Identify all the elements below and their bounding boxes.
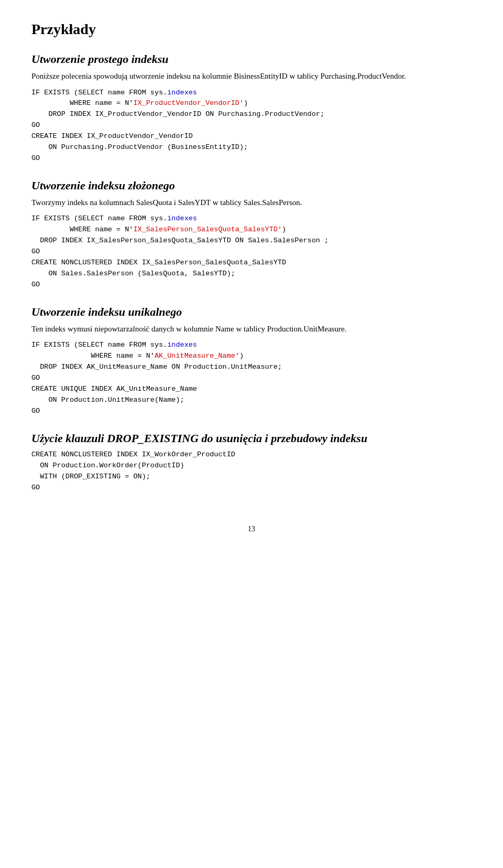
code-kw2: IF EXISTS (SELECT name FROM sys. bbox=[31, 215, 167, 222]
section3-heading: Utworzenie indeksu unikalnego bbox=[31, 305, 472, 319]
code-str: IX_ProductVendor_VendorID' bbox=[133, 99, 244, 107]
code-blue2: indexes bbox=[167, 215, 197, 222]
code-blue: indexes bbox=[167, 89, 197, 97]
section3-desc: Ten indeks wymusi niepowtarzalność danyc… bbox=[31, 323, 472, 335]
section4-heading: Użycie klauzuli DROP_EXISTING do usunięc… bbox=[31, 432, 472, 445]
sections-container: Utworzenie prostego indeksu Poniższe pol… bbox=[31, 52, 472, 494]
section2-code: IF EXISTS (SELECT name FROM sys.indexes … bbox=[31, 213, 472, 290]
code-kw3: IF EXISTS (SELECT name FROM sys. bbox=[31, 341, 167, 349]
section1-code: IF EXISTS (SELECT name FROM sys.indexes … bbox=[31, 88, 472, 164]
code-blue3: indexes bbox=[167, 341, 197, 349]
section1-heading: Utworzenie prostego indeksu bbox=[31, 52, 472, 66]
code-str3: AK_UnitMeasure_Name' bbox=[155, 352, 239, 360]
page-heading: Przykłady bbox=[31, 21, 472, 38]
section3-code: IF EXISTS (SELECT name FROM sys.indexes … bbox=[31, 340, 472, 416]
code-kw: IF EXISTS (SELECT name FROM sys. bbox=[31, 89, 167, 97]
section-unique-index: Utworzenie indeksu unikalnego Ten indeks… bbox=[31, 305, 472, 417]
code-str2: IX_SalesPerson_SalesQuota_SalesYTD' bbox=[133, 226, 282, 233]
section4-code: CREATE NONCLUSTERED INDEX IX_WorkOrder_P… bbox=[31, 449, 472, 494]
section-simple-index: Utworzenie prostego indeksu Poniższe pol… bbox=[31, 52, 472, 164]
page-number: 13 bbox=[31, 525, 472, 533]
section2-heading: Utworzenie indeksu złożonego bbox=[31, 179, 472, 192]
section2-desc: Tworzymy indeks na kolumnach SalesQuota … bbox=[31, 197, 472, 209]
section-composite-index: Utworzenie indeksu złożonego Tworzymy in… bbox=[31, 179, 472, 291]
section1-desc: Poniższe polecenia spowodują utworzenie … bbox=[31, 70, 472, 82]
section-drop-existing: Użycie klauzuli DROP_EXISTING do usunięc… bbox=[31, 432, 472, 494]
